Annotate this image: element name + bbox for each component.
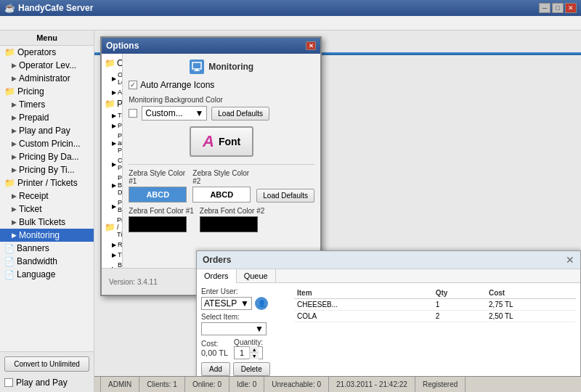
sidebar-item-bandwidth[interactable]: 📄 Bandwidth [0, 255, 94, 268]
monitoring-title: Monitoring [129, 60, 314, 74]
sidebar-item-prepaid[interactable]: ▶ Prepaid [0, 111, 94, 124]
delete-button[interactable]: Delete [233, 362, 270, 376]
main-panel: Options ✕ 📁 Operators ▶ Operator Lev... [94, 30, 581, 392]
zebra-font-col-1: Zebra Font Color #1 [129, 207, 194, 232]
auto-arrange-label: Auto Arrange Icons [140, 80, 214, 90]
folder-icon: 📁 [4, 178, 15, 188]
doc-icon: 📄 [4, 244, 15, 253]
orders-close-button[interactable]: ✕ [566, 254, 574, 266]
dtree-label: Pricing [117, 99, 123, 109]
sidebar-item-bulk-tickets[interactable]: ▶ Bulk Tickets [0, 216, 94, 229]
dtree-bulk-tickets[interactable]: ▶ Bulk Tickets [102, 260, 122, 268]
dtree-pricing[interactable]: 📁 Pricing [102, 97, 122, 110]
arrow-icon: ▶ [112, 266, 116, 269]
sidebar: Menu 📁 Operators ▶ Operator Lev... ▶ Adm… [0, 30, 94, 392]
zebra-font-swatch-2[interactable] [200, 216, 258, 232]
sidebar-label: Receipt [19, 191, 49, 201]
dtree-operators[interactable]: 📁 Operators [102, 57, 122, 70]
sidebar-item-printer-tickets[interactable]: 📁 Printer / Tickets [0, 176, 94, 189]
restore-button[interactable]: □ [552, 3, 564, 13]
orders-panel: Orders ✕ Orders Queue Enter User: ATESLP [196, 250, 581, 392]
convert-to-unlimited-button[interactable]: Convert to Unlimited [4, 356, 89, 372]
sidebar-item-custom-pricing[interactable]: ▶ Custom Pricin... [0, 137, 94, 150]
title-bar-left: ☕ HandyCafe Server [4, 3, 93, 13]
arrow-icon: ▶ [112, 140, 116, 147]
table-row: COLA 2 2,50 TL [294, 311, 576, 322]
dtree-label: Operator Lev... [118, 71, 123, 86]
zebra-font-swatch-1[interactable] [129, 216, 187, 232]
cost-qty-row: Cost: 0,00 TL Quantity: 1 ▲ ▼ [201, 338, 288, 359]
status-idle: Idle: 0 [229, 377, 264, 392]
zebra-style-row: Zebra Style Color #1 ABCD Zebra Style Co… [129, 169, 314, 203]
sidebar-item-timers[interactable]: ▶ Timers [0, 98, 94, 111]
bg-custom-checkbox[interactable] [129, 109, 137, 118]
options-close-button[interactable]: ✕ [306, 41, 316, 50]
monitoring-title-text: Monitoring [208, 62, 253, 72]
arrow-icon: ▶ [12, 62, 17, 69]
minimize-button[interactable]: ─ [539, 3, 550, 13]
dtree-pricing-by-ti[interactable]: ▶ Pricing By Ti... [102, 197, 122, 215]
status-online: Online: 0 [185, 377, 229, 392]
sidebar-bottom: Convert to Unlimited Play and Pay [0, 351, 94, 392]
dtree-prepaid[interactable]: ▶ Prepaid [102, 121, 122, 131]
load-defaults-button-1[interactable]: Load Defaults [211, 107, 269, 121]
dtree-receipt[interactable]: ▶ Receipt [102, 240, 122, 250]
quantity-stepper[interactable]: 1 ▲ ▼ [234, 346, 263, 359]
dtree-timers[interactable]: ▶ Timers [102, 110, 122, 121]
folder-icon: 📁 [105, 58, 115, 68]
close-button[interactable]: ✕ [565, 3, 577, 13]
dtree-label: Pricing By Ti... [118, 199, 123, 213]
item-select[interactable]: ▼ [201, 322, 267, 335]
font-button[interactable]: A Font [190, 126, 253, 157]
arrow-icon: ▶ [112, 252, 116, 258]
options-title: Options [106, 41, 139, 51]
sidebar-item-language[interactable]: 📄 Language [0, 268, 94, 281]
play-and-pay-checkbox[interactable] [4, 378, 13, 387]
sidebar-item-pricing-by-da[interactable]: ▶ Pricing By Da... [0, 150, 94, 163]
sidebar-item-operators[interactable]: 📁 Operators [0, 46, 94, 59]
sidebar-item-pricing[interactable]: 📁 Pricing [0, 85, 94, 98]
sidebar-item-banners[interactable]: 📄 Banners [0, 242, 94, 255]
zebra-font-col-2: Zebra Font Color #2 [200, 207, 265, 232]
dtree-play-and-pay[interactable]: ▶ Play and Pay [102, 131, 122, 155]
col-cost: Cost [486, 287, 576, 299]
cell-cost: 2,50 TL [486, 311, 576, 322]
user-select[interactable]: ATESLP ▼ [201, 297, 252, 310]
status-admin: ADMIN [100, 377, 139, 392]
select-arrow-icon: ▼ [195, 108, 203, 118]
dtree-ticket[interactable]: ▶ Ticket [102, 250, 122, 260]
auto-arrange-checkbox[interactable] [129, 81, 137, 89]
dialog-tree: 📁 Operators ▶ Operator Lev... ▶ Administ… [102, 54, 123, 268]
qty-down-arrow[interactable]: ▼ [250, 353, 259, 359]
bg-color-select[interactable]: Custom... ▼ [142, 106, 207, 121]
dtree-label: Ticket [118, 251, 123, 258]
dtree-administrator[interactable]: ▶ Administrator [102, 87, 122, 97]
sidebar-item-pricing-by-ti[interactable]: ▶ Pricing By Ti... [0, 163, 94, 176]
dialog-content: 📁 Operators ▶ Operator Lev... ▶ Administ… [102, 54, 320, 268]
sidebar-label: Monitoring [19, 230, 60, 240]
dtree-label: Timers [118, 112, 123, 119]
arrow-icon: ▶ [112, 123, 116, 129]
arrow-icon: ▶ [12, 153, 17, 160]
load-defaults-button-2[interactable]: Load Defaults [256, 189, 314, 203]
sidebar-label: Pricing By Da... [19, 152, 79, 162]
dtree-printer-tickets[interactable]: 📁 Printer / Tickets [102, 215, 122, 240]
sidebar-label: Timers [19, 99, 45, 110]
cell-qty: 1 [433, 299, 486, 311]
cost-value: 0,00 TL [201, 348, 228, 357]
dtree-operator-lev[interactable]: ▶ Operator Lev... [102, 70, 122, 87]
tab-orders[interactable]: Orders [197, 269, 237, 283]
sidebar-item-administrator[interactable]: ▶ Administrator [0, 72, 94, 85]
add-button[interactable]: Add [201, 362, 230, 376]
tab-queue[interactable]: Queue [237, 269, 276, 282]
arrow-icon: ▶ [12, 114, 17, 121]
sidebar-item-operator-lev[interactable]: ▶ Operator Lev... [0, 59, 94, 72]
content-area: Menu 📁 Operators ▶ Operator Lev... ▶ Adm… [0, 30, 581, 392]
sidebar-item-receipt[interactable]: ▶ Receipt [0, 189, 94, 203]
dtree-pricing-by-da[interactable]: ▶ Pricing By Da... [102, 173, 122, 197]
sidebar-item-monitoring[interactable]: ▶ Monitoring [0, 229, 94, 242]
qty-up-arrow[interactable]: ▲ [250, 346, 259, 353]
sidebar-item-play-and-pay[interactable]: ▶ Play and Pay [0, 124, 94, 137]
sidebar-item-ticket[interactable]: ▶ Ticket [0, 203, 94, 216]
dtree-custom-pricing[interactable]: ▶ Custom Pricin... [102, 155, 122, 173]
